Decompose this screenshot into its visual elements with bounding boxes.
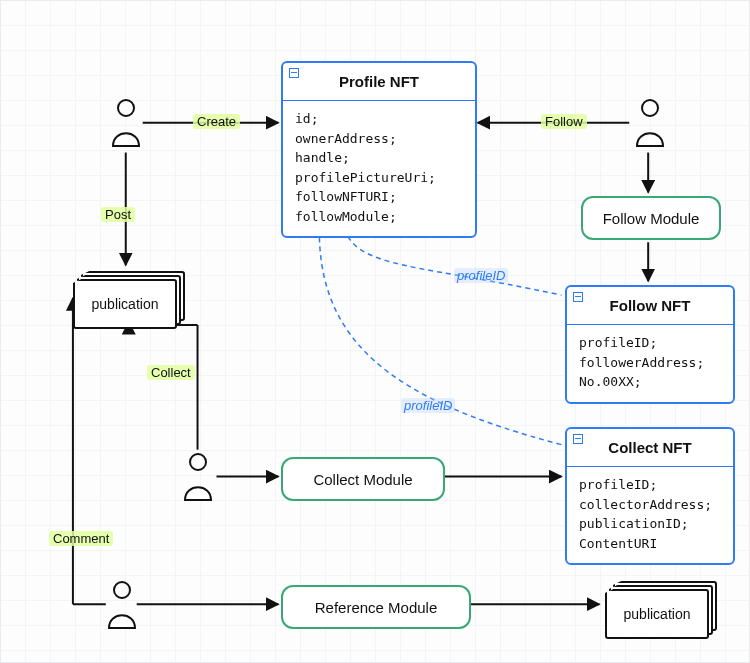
follow-nft-card: Follow NFT profileID; followerAddress; N…	[565, 285, 735, 404]
collapse-icon	[573, 292, 583, 302]
follow-nft-fields: profileID; followerAddress; No.00XX;	[567, 325, 733, 402]
edge-label-collect: Collect	[147, 365, 195, 380]
edge-label-comment: Comment	[49, 531, 113, 546]
collect-module-box: Collect Module	[281, 457, 445, 501]
follow-module-box: Follow Module	[581, 196, 721, 240]
edge-label-post: Post	[101, 207, 135, 222]
svg-point-15	[642, 100, 658, 116]
svg-point-17	[114, 582, 130, 598]
profile-nft-fields: id; ownerAddress; handle; profilePicture…	[283, 101, 475, 236]
reference-module-box: Reference Module	[281, 585, 471, 629]
collect-nft-fields: profileID; collectorAddress; publication…	[567, 467, 733, 563]
collapse-icon	[573, 434, 583, 444]
collect-nft-title: Collect NFT	[567, 429, 733, 467]
svg-point-14	[118, 100, 134, 116]
link-label-profileid-2: profileID	[401, 398, 455, 413]
profile-nft-card: Profile NFT id; ownerAddress; handle; pr…	[281, 61, 477, 238]
diagram-canvas: Profile NFT id; ownerAddress; handle; pr…	[0, 0, 750, 663]
collect-nft-card: Collect NFT profileID; collectorAddress;…	[565, 427, 735, 565]
edge-label-create: Create	[193, 114, 240, 129]
collapse-icon	[289, 68, 299, 78]
edge-label-follow: Follow	[541, 114, 587, 129]
actor-commenter-icon	[105, 581, 139, 629]
svg-point-16	[190, 454, 206, 470]
profile-nft-title: Profile NFT	[283, 63, 475, 101]
actor-collector-icon	[181, 453, 215, 501]
actor-creator-icon	[109, 99, 143, 147]
actor-follower-icon	[633, 99, 667, 147]
publication-label-2: publication	[605, 589, 709, 639]
publication-label-1: publication	[73, 279, 177, 329]
follow-nft-title: Follow NFT	[567, 287, 733, 325]
link-label-profileid-1: profileID	[454, 268, 508, 283]
